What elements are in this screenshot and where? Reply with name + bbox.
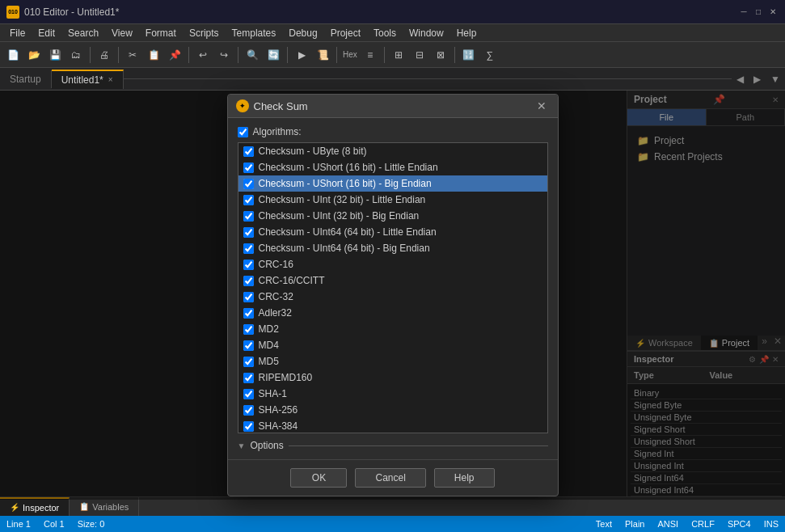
tab-bar: Startup Untitled1* × ◀ ▶ ▼ [0,68,785,91]
maximize-button[interactable]: □ [753,6,764,18]
algo-uint-be-checkbox[interactable] [243,211,254,222]
cut-button[interactable]: ✂ [123,45,142,65]
toolbar-sep-7 [384,47,385,63]
menu-project[interactable]: Project [324,26,367,40]
print-button[interactable]: 🖨 [95,45,114,65]
options-collapse-icon[interactable]: ▼ [238,441,246,450]
status-ansi: ANSI [657,519,678,529]
ok-button[interactable]: OK [290,468,347,488]
menu-search[interactable]: Search [61,26,105,40]
options-section: ▼ Options [238,440,548,451]
algo-crc16-checkbox[interactable] [243,260,254,270]
undo-button[interactable]: ↩ [193,45,213,65]
algo-crc32-checkbox[interactable] [243,292,254,302]
status-plain: Plain [625,519,644,529]
app-title: 010 Editor - Untitled1* [24,6,119,18]
dialog-overlay: ✦ Check Sum ✕ Algorithms: Checksum - [0,91,785,500]
minimize-button[interactable]: ─ [738,6,749,18]
algorithms-all-checkbox[interactable] [238,127,248,137]
algo-ushort-le-checkbox[interactable] [243,163,254,173]
algo-uint-le[interactable]: Checksum - UInt (32 bit) - Little Endian [238,192,547,208]
algo-uint64-be-checkbox[interactable] [243,243,254,254]
algo-md2-checkbox[interactable] [243,324,254,335]
save-all-button[interactable]: 🗂 [66,45,86,65]
algo-crc16[interactable]: CRC-16 [238,256,547,272]
run-template-button[interactable]: 📜 [313,45,332,65]
tab-scroll-right[interactable]: ▶ [749,74,766,85]
algo-uint64-le[interactable]: Checksum - UInt64 (64 bit) - Little Endi… [238,224,547,240]
algo-uint-le-checkbox[interactable] [243,195,254,205]
tab-spacer [124,78,732,79]
tab-scroll-left[interactable]: ◀ [732,74,749,85]
dialog-body: Algorithms: Checksum - UByte (8 bit) Che… [228,118,558,459]
algo-ushort-be[interactable]: Checksum - UShort (16 bit) - Big Endian [238,175,547,192]
algorithm-list[interactable]: Checksum - UByte (8 bit) Checksum - USho… [238,142,548,433]
algo-uint64-le-checkbox[interactable] [243,227,254,238]
format-button-3[interactable]: ⊠ [431,45,450,65]
calculator-button[interactable]: 🔢 [459,45,479,65]
find-button[interactable]: 🔍 [243,45,262,65]
tab-startup[interactable]: Startup [0,70,52,88]
bottom-tab-inspector[interactable]: ⚡ Inspector [0,497,70,516]
paste-button[interactable]: 📌 [165,45,184,65]
menu-help[interactable]: Help [450,26,483,40]
algo-uint64-be[interactable]: Checksum - UInt64 (64 bit) - Big Endian [238,240,547,256]
algo-sha1[interactable]: SHA-1 [238,386,547,402]
tab-close-button[interactable]: × [108,75,113,84]
toolbar-sep-6 [336,47,337,63]
open-file-button[interactable]: 📂 [24,45,44,65]
algo-md4[interactable]: MD4 [238,337,547,353]
algo-crc32[interactable]: CRC-32 [238,289,547,305]
algo-crc16-ccitt[interactable]: CRC-16/CCITT [238,272,547,289]
algo-sha384[interactable]: SHA-384 [238,418,547,433]
menu-scripts[interactable]: Scripts [183,26,226,40]
algo-ubyte[interactable]: Checksum - UByte (8 bit) [238,143,547,159]
algo-crc16-ccitt-checkbox[interactable] [243,276,254,286]
menu-debug[interactable]: Debug [282,26,323,40]
toolbar-sep-4 [238,47,238,63]
algo-ushort-le[interactable]: Checksum - UShort (16 bit) - Little Endi… [238,159,547,175]
algo-md4-checkbox[interactable] [243,340,254,351]
status-line: Line 1 [6,519,31,529]
dialog-buttons: OK Cancel Help [228,459,558,496]
algo-md5[interactable]: MD5 [238,353,547,369]
dialog-close-button[interactable]: ✕ [534,99,550,112]
algo-sha384-checkbox[interactable] [243,421,254,432]
checksum-button[interactable]: ∑ [480,45,500,65]
tab-untitled1[interactable]: Untitled1* × [52,70,124,89]
algo-ushort-be-checkbox[interactable] [243,179,254,189]
algo-sha256[interactable]: SHA-256 [238,402,547,418]
bottom-tab-variables[interactable]: 📋 Variables [70,497,139,516]
algo-ubyte-checkbox[interactable] [243,146,254,157]
algo-md5-checkbox[interactable] [243,357,254,367]
menu-view[interactable]: View [105,26,139,40]
run-script-button[interactable]: ▶ [292,45,311,65]
cancel-button[interactable]: Cancel [355,468,425,488]
algo-uint-be[interactable]: Checksum - UInt (32 bit) - Big Endian [238,208,547,224]
algo-md2[interactable]: MD2 [238,321,547,337]
redo-button[interactable]: ↪ [214,45,234,65]
menu-format[interactable]: Format [139,26,183,40]
copy-button[interactable]: 📋 [144,45,163,65]
algo-sha256-checkbox[interactable] [243,405,254,416]
menu-templates[interactable]: Templates [226,26,283,40]
menu-window[interactable]: Window [403,26,450,40]
algo-ripemd160-checkbox[interactable] [243,373,254,383]
menu-tools[interactable]: Tools [367,26,403,40]
format-button-1[interactable]: ⊞ [389,45,408,65]
variables-icon: 📋 [79,502,89,511]
new-file-button[interactable]: 📄 [3,45,23,65]
close-button[interactable]: ✕ [767,6,779,18]
hex-button[interactable]: ≡ [361,45,380,65]
menu-file[interactable]: File [3,26,32,40]
menu-edit[interactable]: Edit [32,26,61,40]
algo-ripemd160[interactable]: RIPEMD160 [238,369,547,386]
tab-dropdown-button[interactable]: ▼ [766,74,785,85]
replace-button[interactable]: 🔄 [264,45,283,65]
save-button[interactable]: 💾 [45,45,65,65]
algo-adler32-checkbox[interactable] [243,308,254,319]
algo-sha1-checkbox[interactable] [243,389,254,399]
format-button-2[interactable]: ⊟ [410,45,429,65]
help-button[interactable]: Help [434,468,495,488]
algo-adler32[interactable]: Adler32 [238,305,547,321]
